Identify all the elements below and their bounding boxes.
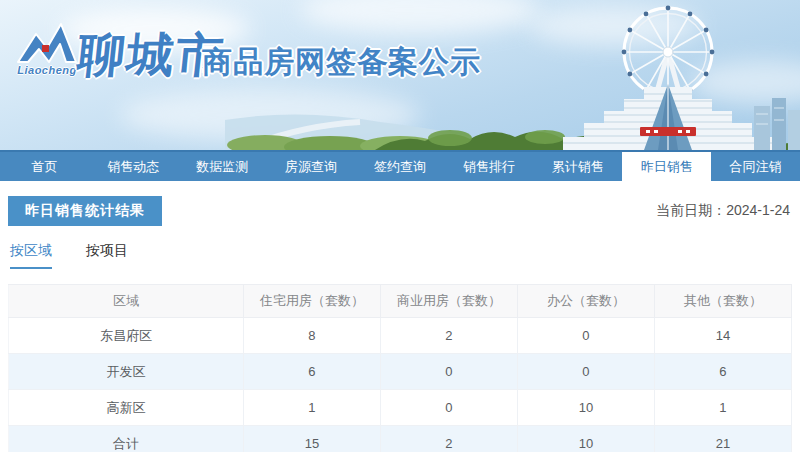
cell-commercial: 2: [380, 426, 517, 452]
column-header-residential: 住宅用房（套数）: [243, 285, 380, 318]
column-header-other: 其他（套数）: [654, 285, 791, 318]
main-nav: 首页 销售动态 数据监测 房源查询 签约查询 销售排行 累计销售 昨日销售 合同…: [0, 150, 800, 181]
cell-residential: 15: [243, 426, 380, 452]
cell-other: 14: [654, 318, 791, 354]
mountain-logo-icon: [16, 18, 78, 64]
site-banner: Liaocheng 聊城市 商品房网签备案公示: [0, 0, 800, 150]
nav-item-listing-search[interactable]: 房源查询: [267, 152, 356, 181]
main-content: 昨日销售统计结果 当前日期：2024-1-24 按区域 按项目 区域 住宅用房（…: [0, 196, 800, 452]
table-row: 东昌府区 8 2 0 14: [9, 318, 792, 354]
nav-item-contract-cancel[interactable]: 合同注销: [711, 152, 800, 181]
cell-residential: 1: [243, 390, 380, 426]
logo-english-text: Liaocheng: [12, 64, 82, 76]
cell-office: 0: [517, 354, 654, 390]
cell-region: 开发区: [9, 354, 244, 390]
cell-other: 21: [654, 426, 791, 452]
sales-statistics-table: 区域 住宅用房（套数） 商业用房（套数） 办公（套数） 其他（套数） 东昌府区 …: [8, 284, 792, 452]
nav-item-sales-news[interactable]: 销售动态: [89, 152, 178, 181]
cell-residential: 6: [243, 354, 380, 390]
cell-other: 6: [654, 354, 791, 390]
cell-region: 高新区: [9, 390, 244, 426]
column-header-region: 区域: [9, 285, 244, 318]
table-row: 开发区 6 0 0 6: [9, 354, 792, 390]
current-date: 当前日期：2024-1-24: [656, 202, 790, 220]
cell-office: 10: [517, 426, 654, 452]
cell-commercial: 0: [380, 390, 517, 426]
nav-item-sales-ranking[interactable]: 销售排行: [444, 152, 533, 181]
current-date-label: 当前日期：: [656, 202, 726, 218]
column-header-office: 办公（套数）: [517, 285, 654, 318]
cell-region: 东昌府区: [9, 318, 244, 354]
tab-by-region[interactable]: 按区域: [10, 242, 52, 269]
cell-office: 0: [517, 318, 654, 354]
table-header-row: 区域 住宅用房（套数） 商业用房（套数） 办公（套数） 其他（套数）: [9, 285, 792, 318]
cell-region: 合计: [9, 426, 244, 452]
cell-office: 10: [517, 390, 654, 426]
table-row-total: 合计 15 2 10 21: [9, 426, 792, 452]
site-title: 商品房网签备案公示: [202, 42, 481, 83]
view-tabs: 按区域 按项目: [8, 242, 792, 269]
right-towers: [754, 98, 800, 150]
site-logo: Liaocheng: [12, 18, 82, 76]
cell-commercial: 2: [380, 318, 517, 354]
section-title-badge: 昨日销售统计结果: [8, 196, 162, 226]
cell-other: 1: [654, 390, 791, 426]
nav-item-data-monitor[interactable]: 数据监测: [178, 152, 267, 181]
nav-item-total-sales[interactable]: 累计销售: [533, 152, 622, 181]
table-row: 高新区 1 0 10 1: [9, 390, 792, 426]
column-header-commercial: 商业用房（套数）: [380, 285, 517, 318]
cell-residential: 8: [243, 318, 380, 354]
nav-item-contract-search[interactable]: 签约查询: [356, 152, 445, 181]
stepped-building: [560, 84, 776, 150]
cell-commercial: 0: [380, 354, 517, 390]
nav-item-yesterday-sales[interactable]: 昨日销售: [622, 152, 711, 181]
tab-by-project[interactable]: 按项目: [86, 242, 128, 269]
current-date-value: 2024-1-24: [726, 202, 790, 218]
nav-item-home[interactable]: 首页: [0, 152, 89, 181]
